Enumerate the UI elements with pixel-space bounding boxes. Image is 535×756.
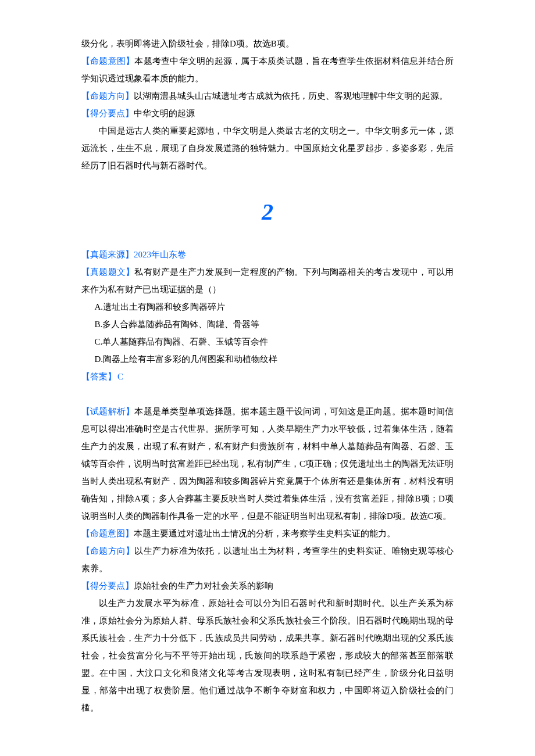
q2-intent: 【命题意图】本题主要通过对遗址出土情况的分析，来考察学生史料实证的能力。 [81,525,454,542]
q1-intent: 【命题意图】本题考查中华文明的起源，属于本质类试题，旨在考查学生依据材料信息并结… [81,52,454,87]
direction-text: 以湖南澧县城头山古城遗址考古成就为依托，历史、客观地理解中华文明的起源。 [134,91,448,101]
points-label: 【得分要点】 [81,581,134,590]
stem-label: 【真题题文】 [81,267,134,277]
answer-label: 【答案】 [81,372,116,381]
intent-label: 【命题意图】 [81,529,134,538]
option-b: B.多人合葬墓随葬品有陶钵、陶罐、骨器等 [95,316,454,333]
analysis-label: 【试题解析】 [81,407,134,416]
q1-points-line: 【得分要点】中华文明的起源 [81,105,454,122]
source-label: 【真题来源】 [81,250,134,259]
document-page: 级分化，表明即将进入阶级社会，排除D项。故选B项。 【命题意图】本题考查中华文明… [41,0,494,751]
option-a: A.遗址出土有陶器和较多陶器碎片 [95,298,454,316]
points-label: 【得分要点】 [81,109,134,118]
answer-text: C [117,372,123,381]
intent-label: 【命题意图】 [81,56,134,66]
q2-stem: 【真题题文】私有财产是生产力发展到一定程度的产物。下列与陶器相关的考古发现中，可… [81,263,454,298]
analysis-text: 本题是单类型单项选择题。据本题主题干设问词，可知这是正向题。据本题时间信息可以得… [81,407,454,521]
q1-analysis-continued: 级分化，表明即将进入阶级社会，排除D项。故选B项。 [81,35,454,52]
points-title: 原始社会的生产力对社会关系的影响 [134,581,273,590]
question-number-separator: 2 [81,189,454,235]
q1-points-body: 中国是远古人类的重要起源地，中华文明是人类最古老的文明之一。中华文明多元一体，源… [81,122,454,174]
q2-direction: 【命题方向】以生产力标准为依托，以遗址出土为材料，考查学生的史料实证、唯物史观等… [81,542,454,577]
q2-points-line: 【得分要点】原始社会的生产力对社会关系的影响 [81,577,454,594]
intent-text: 本题考查中华文明的起源，属于本质类试题，旨在考查学生依据材料信息并结合所学知识透… [81,56,454,83]
direction-label: 【命题方向】 [81,91,134,101]
q1-direction: 【命题方向】以湖南澧县城头山古城遗址考古成就为依托，历史、客观地理解中华文明的起… [81,87,454,105]
q2-analysis: 【试题解析】本题是单类型单项选择题。据本题主题干设问词，可知这是正向题。据本题时… [81,403,454,525]
direction-text: 以生产力标准为依托，以遗址出土为材料，考查学生的史料实证、唯物史观等核心素养。 [81,546,454,573]
spacer [81,385,454,403]
stem-text: 私有财产是生产力发展到一定程度的产物。下列与陶器相关的考古发现中，可以用来作为私… [81,267,454,294]
q2-source: 【真题来源】2023年山东卷 [81,246,454,263]
intent-text: 本题主要通过对遗址出土情况的分析，来考察学生史料实证的能力。 [134,529,395,538]
points-title: 中华文明的起源 [134,109,195,118]
option-c: C.单人墓随葬品有陶器、石磬、玉钺等百余件 [95,333,454,350]
source-text: 2023年山东卷 [134,250,186,259]
q2-points-body: 以生产力发展水平为标准，原始社会可以分为旧石器时代和新时期时代。以生产关系为标准… [81,594,454,716]
q2-answer: 【答案】C [81,368,454,385]
option-d: D.陶器上绘有丰富多彩的几何图案和动植物纹样 [95,350,454,368]
direction-label: 【命题方向】 [81,546,134,556]
